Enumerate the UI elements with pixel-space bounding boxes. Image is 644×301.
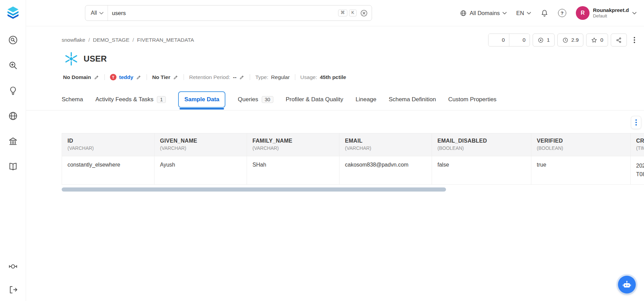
column-name: CREATED_AT	[636, 138, 644, 144]
history-clock-icon	[562, 37, 569, 43]
owner-meta: T teddy	[110, 74, 141, 80]
tier-value: No Tier	[152, 74, 170, 80]
tab-lineage[interactable]: Lineage	[356, 89, 376, 110]
column-name: EMAIL	[345, 138, 426, 144]
chevron-down-icon	[99, 12, 103, 14]
pencil-icon	[173, 75, 178, 80]
pencil-icon	[239, 75, 245, 80]
tab-activity-feeds-tasks[interactable]: Activity Feeds & Tasks1	[95, 89, 166, 110]
type-label: Type:	[255, 74, 268, 80]
explore-icon	[8, 60, 18, 70]
language-selector[interactable]: EN	[516, 10, 531, 16]
breadcrumb-item[interactable]: snowflake	[62, 37, 85, 43]
divider	[295, 74, 295, 80]
user-name: Rounakpreet.d	[593, 7, 629, 14]
edit-domain-button[interactable]	[94, 75, 99, 80]
task-count-button[interactable]: 1	[533, 34, 555, 47]
top-header: All ⌘ K All Domains EN	[26, 0, 644, 26]
tab-schema-definition[interactable]: Schema Definition	[389, 89, 436, 110]
column-type: (BOOLEAN)	[537, 145, 625, 151]
table-cell: constantly_elsewhere	[62, 156, 154, 185]
sidebar-item-insights[interactable]	[7, 85, 19, 96]
divider	[250, 74, 250, 80]
kebab-icon	[635, 119, 637, 126]
column-header-email_disabled: EMAIL_DISABLED(BOOLEAN)	[432, 133, 531, 156]
star-icon	[591, 37, 597, 43]
version-button[interactable]: 2.9	[557, 34, 584, 47]
usage-label: Usage:	[300, 74, 317, 80]
column-header-family_name: FAMILY_NAME(VARCHAR)	[247, 133, 339, 156]
robot-icon	[622, 280, 632, 289]
tab-label: Schema Definition	[389, 96, 436, 103]
tab-sample-data[interactable]: Sample Data	[178, 91, 225, 108]
column-name: ID	[67, 138, 149, 144]
search-icon	[8, 35, 18, 45]
more-actions-button[interactable]	[630, 34, 639, 47]
domain-selector-label: All Domains	[470, 10, 500, 16]
tab-badge: 30	[262, 96, 273, 103]
domain-selector[interactable]: All Domains	[460, 10, 507, 17]
tab-queries[interactable]: Queries30	[238, 89, 273, 110]
edit-retention-button[interactable]	[239, 75, 245, 80]
sidebar-item-explore[interactable]	[7, 60, 19, 71]
sample-table-body: constantly_elsewhereAyushSHahcakosom838@…	[62, 156, 644, 185]
tab-schema[interactable]: Schema	[62, 89, 83, 110]
horizontal-scrollbar-thumb[interactable]	[62, 187, 446, 192]
app-logo[interactable]	[5, 5, 21, 21]
owner-link[interactable]: teddy	[119, 74, 133, 80]
table-cell: cakosom838@padvn.com	[339, 156, 432, 185]
tab-label: Queries	[238, 96, 258, 103]
tab-label: Profiler & Data Quality	[286, 96, 343, 103]
downvote-button[interactable]: 0	[509, 34, 530, 46]
entity-meta-row: No Domain T teddy No Tier Retention Peri…	[26, 74, 644, 80]
share-button[interactable]	[611, 34, 627, 47]
retention-value: --	[233, 74, 236, 80]
upvote-button[interactable]: 0	[488, 34, 509, 46]
notifications-button[interactable]	[541, 9, 548, 17]
sidebar-item-domains[interactable]	[7, 110, 19, 122]
share-icon	[616, 37, 622, 43]
breadcrumb-item[interactable]: DEMO_STAGE	[93, 37, 129, 43]
breadcrumb-row: snowflake/DEMO_STAGE/FIVETRAN_METADATA 0…	[26, 26, 644, 47]
edit-owner-button[interactable]	[136, 75, 141, 80]
divider	[147, 74, 147, 80]
sidebar-item-glossary[interactable]	[7, 161, 19, 172]
sample-data-table: ID(VARCHAR)GIVEN_NAME(VARCHAR)FAMILY_NAM…	[62, 133, 644, 185]
kebab-icon	[634, 37, 635, 43]
sample-data-toolbar	[26, 116, 641, 129]
chat-bot-button[interactable]	[618, 276, 636, 293]
help-button[interactable]: ?	[558, 9, 566, 17]
tab-badge: 1	[157, 96, 166, 103]
sidebar-item-settings[interactable]	[7, 261, 19, 272]
user-meta: Rounakpreet.d Default	[593, 7, 629, 19]
column-name: GIVEN_NAME	[160, 138, 241, 144]
tab-label: Sample Data	[184, 96, 219, 103]
divider	[184, 74, 184, 80]
breadcrumb-item[interactable]: FIVETRAN_METADATA	[137, 37, 194, 43]
sidebar-item-search[interactable]	[7, 34, 19, 46]
language-label: EN	[516, 10, 524, 16]
search-clear-button[interactable]	[360, 10, 368, 17]
edit-tier-button[interactable]	[173, 75, 178, 80]
search-input[interactable]	[108, 10, 338, 16]
sample-table-header-row: ID(VARCHAR)GIVEN_NAME(VARCHAR)FAMILY_NAM…	[62, 133, 644, 156]
tier-meta: No Tier	[152, 74, 178, 80]
follow-count: 0	[600, 37, 603, 43]
column-header-id: ID(VARCHAR)	[62, 133, 154, 156]
lightbulb-icon	[8, 86, 18, 96]
tab-profiler-data-quality[interactable]: Profiler & Data Quality	[286, 89, 343, 110]
pencil-icon	[136, 75, 141, 80]
sample-data-table-container: ID(VARCHAR)GIVEN_NAME(VARCHAR)FAMILY_NAM…	[62, 133, 644, 185]
sample-data-menu-button[interactable]	[631, 116, 641, 129]
user-menu[interactable]: R Rounakpreet.d Default	[576, 6, 636, 20]
horizontal-scrollbar	[62, 187, 644, 192]
globe-icon	[460, 10, 467, 17]
sidebar-item-logout[interactable]	[7, 284, 19, 296]
follow-button[interactable]: 0	[586, 34, 608, 47]
timestamp-value: 2024-07-24T08:4	[636, 162, 644, 179]
vote-button-group: 0 0	[488, 34, 530, 47]
column-header-given_name: GIVEN_NAME(VARCHAR)	[154, 133, 247, 156]
search-scope-dropdown[interactable]: All	[85, 5, 108, 21]
sidebar-item-govern[interactable]	[7, 135, 19, 147]
tab-custom-properties[interactable]: Custom Properties	[448, 89, 497, 110]
